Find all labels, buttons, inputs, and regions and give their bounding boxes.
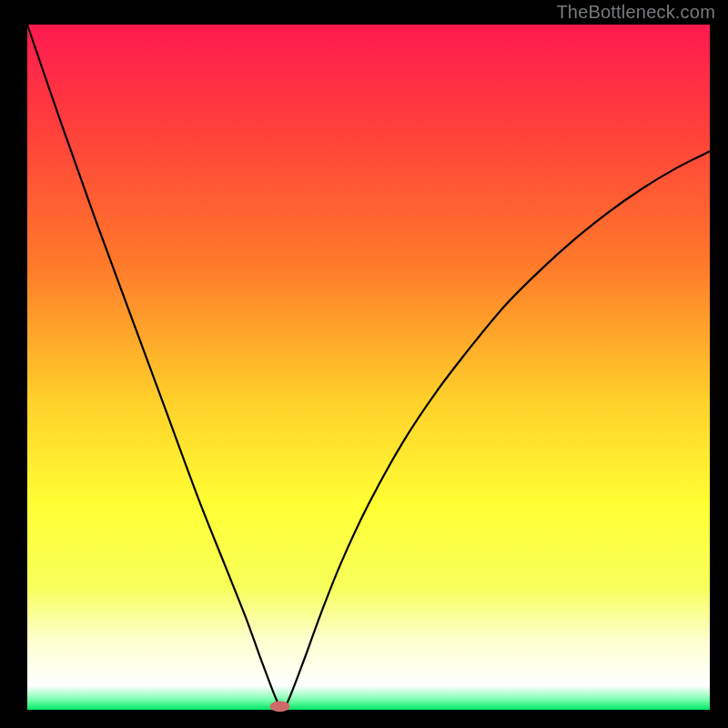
watermark-text: TheBottleneck.com: [556, 2, 715, 23]
chart-frame: TheBottleneck.com: [0, 0, 728, 728]
optimal-marker: [270, 701, 290, 712]
plot-background: [27, 25, 710, 710]
chart-svg: [0, 0, 728, 728]
